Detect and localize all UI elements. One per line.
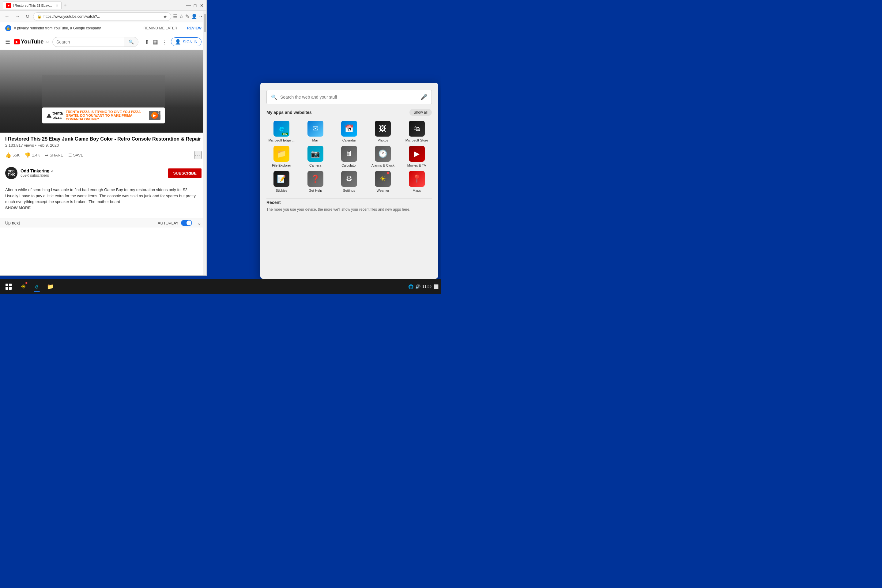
- video-player[interactable]: trenta pizza TRENTA PIZZA IS TRYING TO G…: [0, 50, 206, 133]
- dislike-button[interactable]: 👎 1.4K: [24, 152, 40, 158]
- show-desktop-button[interactable]: ⬜: [434, 284, 438, 289]
- app-name-photos: Photos: [378, 138, 388, 142]
- app-name-camera: Camera: [309, 164, 321, 167]
- app-icon-mail: ✉: [308, 121, 323, 136]
- app-item-alarms[interactable]: 🕐 Alarms & Clock: [368, 146, 398, 167]
- sign-in-label: SIGN IN: [183, 39, 198, 44]
- divider: [266, 198, 432, 199]
- app-item-settings[interactable]: ⚙ Settings: [334, 171, 364, 192]
- recent-title: Recent: [266, 200, 432, 205]
- ad-brand-logo: trenta pizza: [46, 111, 63, 120]
- taskbar-item-files[interactable]: 📁: [44, 280, 56, 293]
- ad-close-icon[interactable]: ⓘ: [158, 110, 162, 116]
- upload-button[interactable]: ⬆: [144, 39, 149, 45]
- tab-favicon: ▶: [6, 3, 11, 8]
- app-item-movies[interactable]: ▶ Movies & TV: [402, 146, 432, 167]
- cortana-input[interactable]: [280, 94, 417, 99]
- app-item-maps[interactable]: 📍 Maps: [402, 171, 432, 192]
- microphone-icon[interactable]: 🎤: [420, 94, 427, 100]
- app-name-mail: Mail: [312, 138, 318, 142]
- show-all-button[interactable]: Show all: [410, 109, 432, 116]
- taskbar-items: ☀ e 📁: [15, 280, 408, 293]
- search-bar[interactable]: 🔍: [52, 37, 138, 47]
- hamburger-menu-icon[interactable]: ☰: [5, 39, 10, 45]
- subscribe-button[interactable]: SUBSCRIBE: [168, 168, 201, 178]
- new-tab-button[interactable]: +: [63, 2, 67, 9]
- url-input-box[interactable]: 🔒 https://www.youtube.com/watch?... ★: [33, 12, 171, 21]
- taskbar-notification-badge: [25, 282, 28, 284]
- autoplay-toggle[interactable]: [181, 220, 192, 226]
- refresh-button[interactable]: ↻: [24, 13, 31, 20]
- app-item-edge[interactable]: e DEV Microsoft Edge ...: [266, 121, 297, 142]
- remind-later-button[interactable]: REMIND ME LATER: [144, 26, 177, 30]
- browser-tab[interactable]: ▶ I Restored This 2$ Ebay Jun... ×: [3, 2, 62, 9]
- app-item-stickies[interactable]: 📝 Stickies: [266, 171, 297, 192]
- video-description: After a while of searching I was able to…: [5, 183, 201, 214]
- more-button[interactable]: ⋮: [162, 39, 167, 45]
- thumbs-up-icon: 👍: [5, 152, 11, 158]
- taskbar-right: 🌐 🔊 11:59 ⬜: [408, 284, 438, 289]
- taskbar-item-weather[interactable]: ☀: [17, 280, 29, 293]
- ad-text: TRENTA PIZZA IS TRYING TO GIVE YOU PIZZA…: [66, 110, 146, 121]
- network-icon[interactable]: 🌐: [408, 284, 413, 289]
- profile-icon[interactable]: 👤: [191, 14, 197, 19]
- forward-button[interactable]: →: [13, 13, 22, 20]
- close-button[interactable]: ✕: [200, 3, 204, 8]
- share-label: SHARE: [50, 153, 63, 158]
- app-item-explorer[interactable]: 📁 File Explorer: [266, 146, 297, 167]
- sun-icon: ☀: [380, 175, 386, 183]
- help-icon: ❓: [311, 175, 320, 183]
- search-button[interactable]: 🔍: [124, 37, 138, 47]
- video-info: I Restored This 2$ Ebay Junk Game Boy Co…: [0, 133, 206, 218]
- app-icon-camera: 📷: [308, 146, 323, 162]
- tab-close-button[interactable]: ×: [56, 3, 58, 8]
- app-item-calendar[interactable]: 📅 Calendar: [334, 121, 364, 142]
- apps-button[interactable]: ▦: [153, 39, 158, 45]
- app-item-weather[interactable]: ☀ Weather: [368, 171, 398, 192]
- tab-title: I Restored This 2$ Ebay Jun...: [13, 4, 52, 8]
- cortana-search-box[interactable]: 🔍 🎤: [266, 90, 432, 104]
- like-button[interactable]: 👍 55K: [5, 152, 20, 158]
- more-actions-button[interactable]: ⋯: [194, 151, 201, 159]
- start-button[interactable]: [3, 280, 15, 293]
- scrollbar-thumb[interactable]: [204, 14, 206, 32]
- review-button[interactable]: REVIEW: [187, 26, 201, 30]
- taskbar-item-edge[interactable]: e: [31, 280, 43, 293]
- playlist-icon[interactable]: ☰: [173, 14, 177, 19]
- publish-date: Feb 9, 2020: [38, 143, 59, 148]
- taskbar: ☀ e 📁 🌐 🔊 11:59 ⬜: [0, 279, 441, 294]
- app-icon-photos: 🖼: [375, 121, 391, 136]
- save-button[interactable]: ☰ SAVE: [68, 153, 84, 158]
- bookmark-icon[interactable]: ★: [163, 14, 167, 19]
- app-item-camera[interactable]: 📷 Camera: [300, 146, 330, 167]
- back-button[interactable]: ←: [3, 13, 11, 20]
- video-stats: 2,133,817 views • Feb 9, 2020: [5, 143, 201, 148]
- maximize-button[interactable]: □: [193, 3, 197, 8]
- scrollbar[interactable]: [203, 11, 206, 275]
- app-item-store[interactable]: 🛍 Microsoft Store: [402, 121, 432, 142]
- pizza-triangle-icon: [46, 113, 51, 118]
- privacy-message: A privacy reminder from YouTube, a Googl…: [14, 26, 141, 30]
- app-item-photos[interactable]: 🖼 Photos: [368, 121, 398, 142]
- share-button[interactable]: ➦ SHARE: [45, 153, 63, 158]
- search-input[interactable]: [52, 39, 124, 44]
- volume-icon[interactable]: 🔊: [415, 284, 420, 289]
- show-more-button[interactable]: SHOW MORE: [5, 206, 31, 210]
- address-bar: ← → ↻ 🔒 https://www.youtube.com/watch?..…: [0, 11, 206, 22]
- app-item-mail[interactable]: ✉ Mail: [300, 121, 330, 142]
- toggle-knob: [186, 220, 191, 225]
- sign-in-button[interactable]: 👤 SIGN IN: [171, 38, 201, 46]
- search-icon: 🔍: [271, 94, 277, 100]
- scroll-down-icon[interactable]: ⌄: [197, 220, 201, 226]
- app-item-gethelp[interactable]: ❓ Get Help: [300, 171, 330, 192]
- app-name-calculator: Calculator: [342, 164, 357, 167]
- app-item-calculator[interactable]: 🖩 Calculator: [334, 146, 364, 167]
- channel-avatar: ODDTINK: [5, 167, 18, 179]
- app-name-stickies: Stickies: [276, 189, 287, 192]
- collections-icon[interactable]: ☆: [179, 14, 183, 19]
- separator: •: [35, 143, 38, 148]
- app-icon-store: 🛍: [409, 121, 425, 136]
- screenshot-icon[interactable]: ✎: [185, 14, 189, 19]
- weather-notification-dot: [387, 171, 390, 175]
- minimize-button[interactable]: —: [186, 3, 190, 8]
